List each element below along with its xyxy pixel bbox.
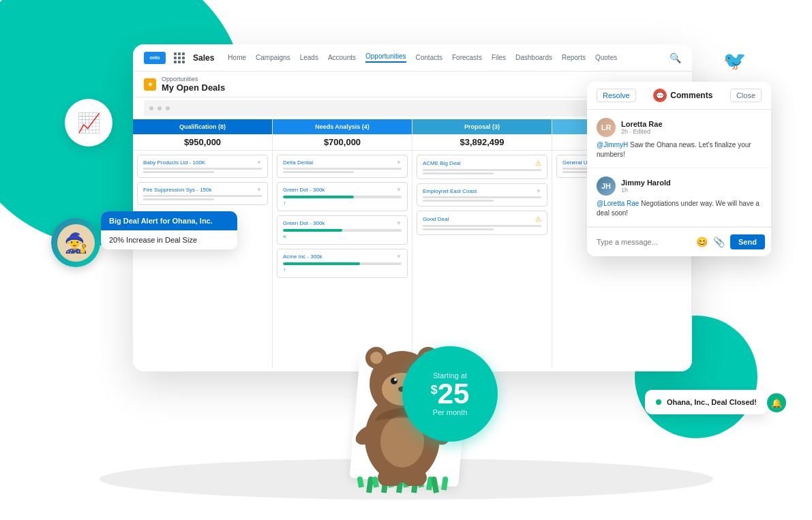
nav-forecasts[interactable]: Forecasts (452, 54, 482, 61)
price-display: $ 25 (431, 380, 470, 408)
comments-header: Resolve 💬 Comments Close (587, 82, 771, 110)
nav-contacts[interactable]: Contacts (416, 54, 442, 61)
deal-card: Good Deal ⚠ (417, 211, 547, 235)
crm-navbar: onto Sales Home Campaigns Leads Accounts… (133, 44, 692, 72)
comment-user-row-2: JH Jimmy Harold 1h (597, 177, 762, 196)
astro-mascot-circle: 🧙 (51, 218, 100, 267)
nav-reports[interactable]: Reports (562, 54, 586, 61)
deal-card: Employnet East Coast ▼ (417, 183, 547, 207)
comment-mention: @JimmyH (597, 141, 628, 149)
comment-username-2: Jimmy Harold (621, 179, 671, 187)
comments-input-area[interactable]: 😊 📎 Send (587, 227, 771, 256)
svg-point-3 (370, 352, 382, 364)
deal-name: Fire Suppression Sys - 150k ▼ (143, 187, 262, 193)
comments-title-area: 💬 Comments (642, 89, 725, 102)
close-button[interactable]: Close (730, 89, 762, 102)
deal-name: ACME Big Deal ⚠ (423, 159, 541, 167)
comment-user-row: LR Loretta Rae 2h · Edited (597, 118, 762, 137)
deal-card: Delta Dental ▼ (277, 155, 408, 178)
resolve-button[interactable]: Resolve (597, 89, 636, 102)
comment-text: @JimmyH Saw the Ohana news. Let's finali… (597, 140, 762, 159)
analytics-widget: 📈 (65, 99, 112, 147)
nav-quotes[interactable]: Quotes (595, 54, 617, 61)
big-deal-header: Big Deal Alert for Ohana, Inc. (101, 211, 237, 230)
deal-name: Delta Dental ▼ (283, 159, 402, 166)
filter-dot (149, 106, 153, 110)
deal-card: Green Dot - 300k ▼ ↑ (277, 182, 408, 211)
page-title: My Open Deals (162, 82, 225, 93)
comments-icon: 💬 (653, 89, 667, 102)
svg-point-7 (391, 378, 397, 384)
status-dot (656, 399, 661, 405)
grid-icon[interactable] (174, 52, 185, 63)
col-total-prop: $3,892,499 (412, 134, 552, 151)
star-icon: ★ (144, 78, 156, 91)
comment-item-1: LR Loretta Rae 2h · Edited @JimmyH Saw t… (587, 110, 771, 168)
nav-home[interactable]: Home (228, 54, 246, 61)
avatar-loretta: LR (597, 118, 616, 137)
col-header-needs: Needs Analysis (4) (273, 119, 412, 134)
big-deal-body: 20% Increase in Deal Size (101, 230, 237, 249)
starting-at-label: Starting at (433, 371, 467, 380)
deal-name: Employnet East Coast ▼ (423, 188, 541, 194)
filter-dot (157, 106, 162, 110)
breadcrumb: Opportunities (162, 76, 225, 82)
deal-name: Baby Products Ltd - 100K ▼ (143, 159, 262, 166)
deal-name: Good Deal ⚠ (423, 215, 541, 223)
deal-card: Acme Inc - 300k ▼ ↑ (277, 249, 408, 278)
avatar-jimmy: JH (597, 177, 616, 196)
nav-files[interactable]: Files (492, 54, 506, 61)
comment-mention-2: @Loretta Rae (597, 200, 639, 207)
nav-leads[interactable]: Leads (300, 54, 318, 61)
deal-name: Green Dot - 300k ▼ (283, 187, 402, 193)
attach-icon[interactable]: 📎 (713, 236, 725, 247)
bird-decoration: 🐦 (721, 46, 749, 74)
col-cards-qual: Baby Products Ltd - 100K ▼ Fire Suppress… (133, 151, 272, 368)
deal-card: Baby Products Ltd - 100K ▼ (137, 155, 268, 178)
deal-closed-text: Ohana, Inc., Deal Closed! (667, 398, 757, 406)
price-value: 25 (438, 380, 470, 408)
deal-name: Green Dot - 300k ▼ (283, 220, 402, 226)
col-total-qual: $950,000 (133, 134, 272, 151)
crm-logo: onto (144, 52, 166, 64)
comments-title: Comments (670, 91, 712, 100)
comment-text-2: @Loretta Rae Negotiations under way. We … (597, 199, 762, 218)
deal-name: Acme Inc - 300k ▼ (283, 254, 402, 260)
filter-dot (166, 106, 170, 110)
comment-item-2: JH Jimmy Harold 1h @Loretta Rae Negotiat… (587, 168, 771, 227)
message-input[interactable] (597, 238, 691, 246)
nav-items: Home Campaigns Leads Accounts Opportunit… (228, 52, 617, 63)
send-button[interactable]: Send (730, 234, 765, 249)
col-header-prop: Proposal (3) (412, 119, 552, 134)
deal-card: ACME Big Deal ⚠ (417, 155, 547, 179)
col-header-qual: Qualification (8) (133, 119, 272, 134)
comment-time: 2h · Edited (621, 128, 663, 135)
currency-symbol: $ (431, 384, 438, 396)
comment-username: Loretta Rae (621, 120, 663, 128)
deal-card: Fire Suppression Sys - 150k ▼ (137, 182, 268, 205)
comment-user-info-2: Jimmy Harold 1h (621, 179, 671, 194)
pricing-badge: Starting at $ 25 Per month (402, 346, 498, 442)
nav-accounts[interactable]: Accounts (328, 54, 356, 61)
comment-time-2: 1h (621, 187, 671, 194)
col-total-needs: $700,000 (273, 134, 412, 151)
nav-campaigns[interactable]: Campaigns (256, 54, 290, 61)
emoji-icon[interactable]: 😊 (696, 236, 708, 247)
deal-closed-notification: Ohana, Inc., Deal Closed! (645, 390, 768, 414)
comment-user-info: Loretta Rae 2h · Edited (621, 120, 663, 135)
per-month-label: Per month (433, 408, 468, 416)
astro-face: 🧙 (57, 224, 95, 262)
svg-point-9 (394, 378, 397, 381)
comments-panel: Resolve 💬 Comments Close LR Loretta Rae … (587, 82, 771, 256)
nav-opportunities[interactable]: Opportunities (365, 52, 406, 63)
app-name: Sales (193, 53, 214, 63)
search-icon[interactable]: 🔍 (670, 52, 681, 63)
analytics-icon: 📈 (77, 112, 101, 134)
deal-card: Green Dot - 300k ▼ « (277, 215, 408, 245)
nav-dashboards[interactable]: Dashboards (515, 54, 552, 61)
big-deal-alert-card: Big Deal Alert for Ohana, Inc. 20% Incre… (101, 211, 237, 249)
bell-icon: 🔔 (767, 393, 786, 412)
